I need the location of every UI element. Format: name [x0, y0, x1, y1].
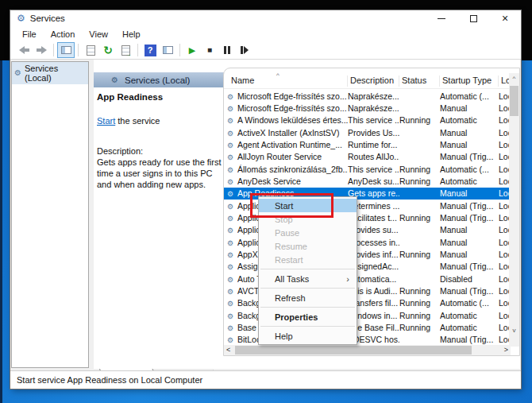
- service-gear-icon: ⚙: [224, 91, 237, 101]
- cell-startup-type: Manual: [440, 225, 499, 234]
- show-console-tree-icon[interactable]: [57, 42, 75, 58]
- menu-item-label: Properties: [275, 312, 318, 322]
- service-gear-icon: ⚙: [224, 274, 237, 284]
- description-text: Gets apps ready for use the first time a…: [97, 157, 229, 190]
- horizontal-scroll-thumb[interactable]: [235, 346, 472, 355]
- cell-name: AnyDesk Service: [237, 176, 348, 186]
- service-row[interactable]: ⚙AnyDesk ServiceAnyDesk su...RunningAuto…: [224, 175, 511, 187]
- status-bar-text: Start service App Readiness on Local Com…: [17, 375, 202, 385]
- scroll-right-icon[interactable]: >: [504, 346, 508, 354]
- menu-view[interactable]: View: [82, 29, 115, 39]
- pause-service-icon[interactable]: [218, 42, 236, 58]
- sort-ascending-icon: ^: [276, 72, 279, 79]
- menu-item-label: Restart: [275, 255, 303, 265]
- cell-status: Running: [399, 213, 440, 223]
- submenu-arrow-icon: ›: [346, 274, 349, 284]
- service-row[interactable]: ⚙Agent Activation Runtime_...Runtime for…: [224, 138, 511, 150]
- menu-separator: [260, 326, 355, 327]
- menu-item-label: Refresh: [275, 293, 306, 303]
- cell-name: Állomás szinkronizálása_2fb...: [237, 165, 348, 174]
- cell-startup-type: Manual: [440, 103, 499, 113]
- cell-description: This service ...: [348, 165, 399, 174]
- context-menu: StartStopPauseResumeRestartAll Tasks›Ref…: [258, 196, 357, 345]
- menu-separator: [260, 288, 355, 289]
- cell-startup-type: Manual (Trig...: [440, 201, 499, 211]
- gear-icon: ⚙: [111, 76, 118, 84]
- start-service-link[interactable]: Start: [97, 116, 115, 126]
- restart-service-icon[interactable]: [236, 42, 253, 58]
- service-row[interactable]: ⚙AllJoyn Router ServiceRoutes AllJo...Ma…: [224, 151, 511, 163]
- cell-status: Running: [399, 165, 440, 174]
- service-row[interactable]: ⚙ActiveX Installer (AxInstSV)Provides Us…: [224, 126, 511, 138]
- menu-help[interactable]: Help: [115, 29, 148, 39]
- tree-item-services-local[interactable]: ⚙ Services (Local): [12, 62, 88, 84]
- menu-item-help[interactable]: Help: [259, 329, 357, 343]
- close-button[interactable]: ×: [489, 10, 521, 26]
- menu-item-label: Resume: [275, 242, 307, 251]
- cell-startup-type: Manual (Trig...: [440, 213, 499, 223]
- title-bar: ⚙ Services ×: [10, 10, 521, 26]
- scroll-up-icon[interactable]: ^: [509, 75, 519, 82]
- stop-service-icon[interactable]: ■: [201, 42, 218, 58]
- cell-startup-type: Manual (Trig...: [440, 152, 499, 161]
- console-tree-panel: ⚙ Services (Local): [11, 61, 89, 368]
- menu-item-properties[interactable]: Properties: [259, 310, 357, 324]
- column-header-startup-type[interactable]: Startup Type: [440, 76, 499, 87]
- help-icon[interactable]: ?: [141, 42, 159, 58]
- menu-file[interactable]: File: [15, 29, 44, 39]
- status-bar: Start service App Readiness on Local Com…: [10, 370, 521, 389]
- maximize-icon: [470, 15, 477, 22]
- forward-icon[interactable]: [33, 42, 50, 58]
- cell-description: AnyDesk su...: [348, 176, 399, 186]
- cell-description: Runtime for...: [348, 140, 399, 149]
- service-row[interactable]: ⚙A Windows leküldéses értes...This servi…: [224, 114, 511, 126]
- column-header-description[interactable]: Description: [348, 76, 399, 87]
- cell-name: ActiveX Installer (AxInstSV): [237, 128, 348, 138]
- scroll-left-icon[interactable]: <: [226, 346, 230, 354]
- cell-name: Agent Activation Runtime_...: [237, 140, 348, 149]
- cell-name: A Windows leküldéses értes...: [237, 115, 348, 125]
- menu-item-refresh[interactable]: Refresh: [259, 291, 357, 304]
- start-service-icon[interactable]: ▶: [183, 42, 201, 58]
- toolbar: ↻ ? ▶ ■: [10, 41, 521, 60]
- service-gear-icon: ⚙: [224, 115, 237, 125]
- service-gear-icon: ⚙: [224, 140, 237, 149]
- back-icon[interactable]: [15, 42, 33, 58]
- service-gear-icon: ⚙: [224, 165, 237, 174]
- horizontal-scrollbar[interactable]: < >: [224, 345, 511, 355]
- column-header-name[interactable]: Name: [229, 76, 348, 87]
- vertical-scroll-thumb[interactable]: [510, 86, 519, 116]
- column-header-status[interactable]: Status: [399, 76, 440, 87]
- cell-name: Microsoft Edge-frissítés szo...: [237, 91, 348, 101]
- service-row[interactable]: ⚙Állomás szinkronizálása_2fb...This serv…: [224, 163, 511, 175]
- properties-icon[interactable]: [82, 42, 99, 58]
- toolbar-separator: [137, 44, 138, 56]
- menu-action[interactable]: Action: [44, 29, 83, 39]
- vertical-scrollbar[interactable]: ^ v: [509, 73, 519, 347]
- service-row[interactable]: ⚙Microsoft Edge-frissítés szo...Naprakés…: [224, 102, 511, 114]
- maximize-button[interactable]: [457, 10, 489, 26]
- cell-startup-type: Automatic (...: [440, 298, 499, 308]
- cell-startup-type: Disabled: [440, 274, 499, 284]
- service-row[interactable]: ⚙Microsoft Edge-frissítés szo...Naprakés…: [224, 90, 511, 102]
- service-gear-icon: ⚙: [224, 213, 237, 223]
- refresh-icon[interactable]: ↻: [99, 42, 117, 58]
- cell-description: This service ...: [348, 115, 399, 125]
- menu-item-resume: Resume: [259, 239, 357, 253]
- new-window-icon[interactable]: [159, 42, 176, 58]
- export-list-icon[interactable]: [117, 42, 134, 58]
- menu-item-all-tasks[interactable]: All Tasks›: [259, 272, 357, 285]
- minimize-icon: [438, 18, 445, 19]
- service-description-pane: App Readiness Start the service Descript…: [97, 87, 233, 190]
- minimize-button[interactable]: [426, 10, 457, 26]
- background-left-edge: [0, 60, 2, 403]
- cell-status: Running: [399, 298, 440, 308]
- service-gear-icon: ⚙: [224, 323, 237, 332]
- service-gear-icon: ⚙: [224, 201, 237, 211]
- scroll-down-icon[interactable]: v: [509, 327, 519, 334]
- extended-header-label: Services (Local): [125, 76, 190, 85]
- service-gear-icon: ⚙: [224, 176, 237, 186]
- menu-item-start[interactable]: Start: [259, 199, 357, 212]
- service-gear-icon: ⚙: [224, 103, 237, 113]
- tree-item-label: Services (Local): [25, 64, 86, 83]
